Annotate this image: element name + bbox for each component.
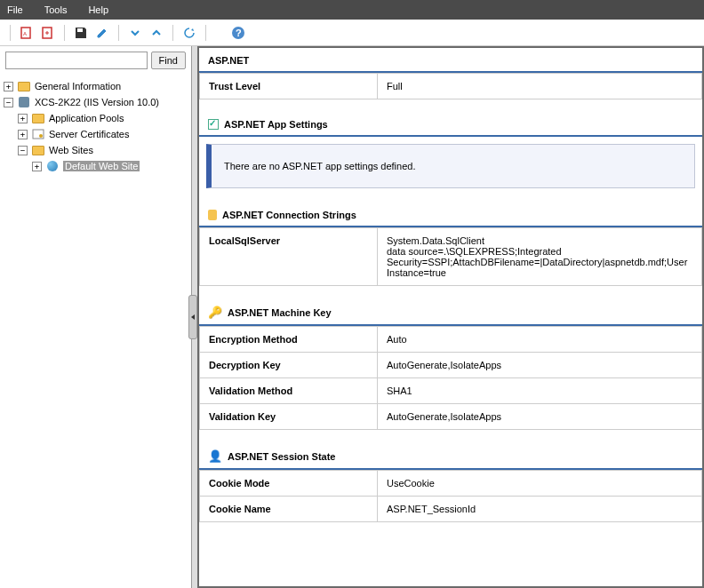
- prop-value: UseCookie: [378, 471, 702, 497]
- collapse-up-icon[interactable]: [148, 25, 164, 41]
- tree-app-pools[interactable]: + Application Pools: [4, 110, 188, 126]
- search-row: Find: [0, 46, 191, 75]
- section-title: ASP.NET: [208, 55, 249, 66]
- prop-label: Validation Key: [200, 404, 378, 430]
- edit-icon[interactable]: [94, 25, 110, 41]
- cert-icon: [31, 128, 45, 140]
- tree-label-selected: Default Web Site: [63, 161, 140, 171]
- separator: [10, 25, 11, 41]
- prop-value: SHA1: [378, 378, 702, 404]
- tree-label: Application Pools: [49, 113, 124, 123]
- section-session-state: 👤 ASP.NET Session State: [199, 442, 702, 470]
- table-row: Trust Level Full: [200, 74, 702, 99]
- section-machine-key: 🔑 ASP.NET Machine Key: [199, 298, 702, 326]
- menu-help[interactable]: Help: [88, 4, 108, 15]
- save-icon[interactable]: [73, 25, 89, 41]
- prop-label: LocalSqlServer: [200, 228, 378, 286]
- prop-value: ASP.NET_SessionId: [378, 497, 702, 522]
- notice-no-settings: There are no ASP.NET app settings define…: [206, 144, 695, 188]
- prop-label: Trust Level: [200, 74, 378, 99]
- folder-icon: [17, 80, 31, 92]
- prop-value: Auto: [378, 327, 702, 353]
- table-row: Validation KeyAutoGenerate,IsolateApps: [200, 404, 702, 430]
- section-title: ASP.NET App Settings: [224, 119, 328, 130]
- separator: [64, 25, 65, 41]
- tree-general-info[interactable]: + General Information: [4, 78, 188, 94]
- refresh-icon[interactable]: [181, 25, 197, 41]
- section-title: ASP.NET Session State: [228, 451, 335, 462]
- table-row: Decryption KeyAutoGenerate,IsolateApps: [200, 353, 702, 378]
- search-input[interactable]: [5, 52, 148, 69]
- splitter-handle[interactable]: [188, 295, 197, 339]
- expand-down-icon[interactable]: [127, 25, 143, 41]
- prop-value: Full: [378, 74, 702, 99]
- right-pane: ASP.NET Trust Level Full ASP.NET App Set…: [197, 46, 704, 588]
- expander-icon[interactable]: +: [18, 114, 28, 123]
- tree-server[interactable]: − XCS-2K22 (IIS Version 10.0): [4, 94, 188, 110]
- help-icon[interactable]: ?: [230, 25, 246, 41]
- expander-icon[interactable]: +: [18, 130, 28, 139]
- prop-value: System.Data.SqlClient data source=.\SQLE…: [378, 228, 702, 286]
- prop-label: Validation Method: [200, 378, 378, 404]
- main-area: Find + General Information − XCS-2K22 (I…: [0, 46, 704, 588]
- tree-label: General Information: [35, 81, 121, 91]
- notice-text: There are no ASP.NET app settings define…: [224, 161, 415, 171]
- section-aspnet: ASP.NET: [199, 48, 702, 73]
- database-icon: [208, 210, 217, 220]
- table-row: Validation MethodSHA1: [200, 378, 702, 404]
- prop-label: Encryption Method: [200, 327, 378, 353]
- find-button[interactable]: Find: [151, 52, 186, 69]
- left-pane: Find + General Information − XCS-2K22 (I…: [0, 46, 192, 588]
- tree-default-site[interactable]: + Default Web Site: [4, 158, 188, 174]
- section-conn-strings: ASP.NET Connection Strings: [199, 203, 702, 227]
- prop-label: Cookie Name: [200, 497, 378, 522]
- table-row: Cookie ModeUseCookie: [200, 471, 702, 497]
- separator: [172, 25, 173, 41]
- expander-icon[interactable]: −: [4, 98, 13, 107]
- globe-icon: [45, 160, 60, 172]
- trust-table: Trust Level Full: [199, 73, 702, 99]
- prop-value: AutoGenerate,IsolateApps: [378, 353, 702, 378]
- tree-view: + General Information − XCS-2K22 (IIS Ve…: [0, 75, 191, 588]
- content-scroll[interactable]: ASP.NET Trust Level Full ASP.NET App Set…: [199, 48, 702, 586]
- pdf-icon[interactable]: A: [19, 25, 35, 41]
- prop-label: Decryption Key: [200, 353, 378, 378]
- menubar: File Tools Help: [0, 0, 704, 20]
- expander-icon[interactable]: +: [32, 162, 42, 171]
- tree-server-certs[interactable]: + Server Certificates: [4, 126, 188, 142]
- section-app-settings: ASP.NET App Settings: [199, 112, 702, 137]
- tree-web-sites[interactable]: − Web Sites: [4, 142, 188, 158]
- section-title: ASP.NET Machine Key: [228, 307, 332, 318]
- folder-icon: [31, 144, 45, 156]
- svg-rect-3: [77, 28, 83, 32]
- user-icon: 👤: [208, 449, 222, 463]
- tree-label: Server Certificates: [49, 129, 129, 139]
- table-row: Encryption MethodAuto: [200, 327, 702, 353]
- svg-text:A: A: [23, 31, 27, 36]
- expander-icon[interactable]: +: [4, 82, 13, 91]
- menu-file[interactable]: File: [7, 4, 23, 15]
- toolbar: A ?: [0, 20, 704, 46]
- conn-table: LocalSqlServer System.Data.SqlClient dat…: [199, 227, 702, 286]
- tree-label: XCS-2K22 (IIS Version 10.0): [35, 97, 159, 107]
- svg-text:?: ?: [236, 28, 242, 38]
- key-icon: 🔑: [208, 306, 222, 319]
- export-icon[interactable]: [40, 25, 56, 41]
- server-icon: [17, 96, 31, 108]
- svg-point-7: [39, 134, 43, 138]
- expander-icon[interactable]: −: [18, 146, 28, 155]
- table-row: Cookie NameASP.NET_SessionId: [200, 497, 702, 522]
- menu-tools[interactable]: Tools: [44, 4, 68, 15]
- separator: [118, 25, 119, 41]
- session-table: Cookie ModeUseCookie Cookie NameASP.NET_…: [199, 470, 702, 522]
- folder-icon: [31, 112, 45, 124]
- tree-label: Web Sites: [49, 145, 93, 155]
- separator: [205, 25, 206, 41]
- machinekey-table: Encryption MethodAuto Decryption KeyAuto…: [199, 326, 702, 430]
- section-title: ASP.NET Connection Strings: [222, 210, 356, 220]
- prop-label: Cookie Mode: [200, 471, 378, 497]
- checkbox-icon: [208, 119, 219, 130]
- table-row: LocalSqlServer System.Data.SqlClient dat…: [200, 228, 702, 286]
- prop-value: AutoGenerate,IsolateApps: [378, 404, 702, 430]
